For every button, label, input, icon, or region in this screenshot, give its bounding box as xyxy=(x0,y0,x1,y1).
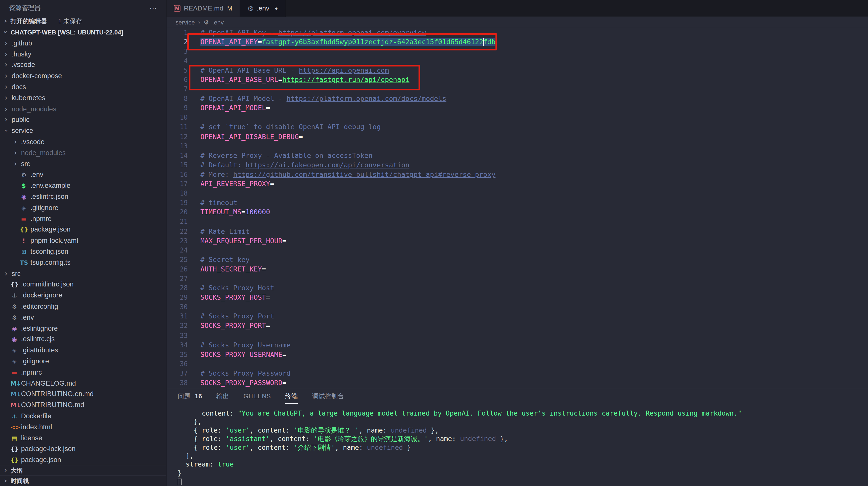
tree-folder-.vscode[interactable]: ›.vscode xyxy=(0,136,166,147)
tree-folder-service[interactable]: ›service xyxy=(0,125,166,136)
code-text: TIMEOUT_MS=100000 xyxy=(188,208,270,216)
code-line-34[interactable]: 34# Socks Proxy Username xyxy=(167,340,868,350)
tree-file-CONTRIBUTING.md[interactable]: M↓CONTRIBUTING.md xyxy=(0,400,166,410)
tree-file-.editorconfig[interactable]: ⚙.editorconfig xyxy=(0,301,166,312)
open-editors-header[interactable]: › 打开的编辑器 1 未保存 xyxy=(0,16,166,26)
outline-section-header[interactable]: › 大纲 xyxy=(0,465,166,476)
tree-file-.eslintrc.json[interactable]: ◉.eslintrc.json xyxy=(0,191,166,202)
tree-folder-.github[interactable]: ›.github xyxy=(0,38,166,49)
code-line-21[interactable]: 21 xyxy=(167,217,868,227)
code-line-14[interactable]: 14# Reverse Proxy - Available on accessT… xyxy=(167,151,868,160)
tree-folder-src[interactable]: ›src xyxy=(0,268,166,279)
code-line-13[interactable]: 13 xyxy=(167,141,868,151)
panel-tab-terminal[interactable]: 终端 xyxy=(285,388,298,404)
code-line-30[interactable]: 30 xyxy=(167,303,868,312)
code-line-27[interactable]: 27 xyxy=(167,274,868,283)
panel-tab-debug-console[interactable]: 调试控制台 xyxy=(312,388,344,404)
code-line-29[interactable]: 29SOCKS_PROXY_HOST= xyxy=(167,293,868,303)
tree-file-.npmrc[interactable]: ▬.npmrc xyxy=(0,213,166,224)
code-line-19[interactable]: 19# timeout xyxy=(167,198,868,207)
code-line-26[interactable]: 26AUTH_SECRET_KEY= xyxy=(167,264,868,274)
panel-tab-gitlens[interactable]: GITLENS xyxy=(244,388,271,404)
code-line-20[interactable]: 20TIMEOUT_MS=100000 xyxy=(167,207,868,217)
code-line-35[interactable]: 35SOCKS_PROXY_USERNAME= xyxy=(167,350,868,359)
code-line-24[interactable]: 24 xyxy=(167,246,868,255)
tree-file-license[interactable]: ▤license xyxy=(0,433,166,444)
tree-folder-node_modules[interactable]: ›node_modules xyxy=(0,104,166,114)
tree-file-.env[interactable]: ⚙.env xyxy=(0,312,166,323)
timeline-section-header[interactable]: › 时间线 xyxy=(0,476,166,486)
code-line-11[interactable]: 11# set `true` to disable OpenAI API deb… xyxy=(167,122,868,132)
code-line-10[interactable]: 10 xyxy=(167,113,868,122)
tree-folder-public[interactable]: ›public xyxy=(0,114,166,125)
code-line-25[interactable]: 25# Secret key xyxy=(167,255,868,264)
tree-folder-.husky[interactable]: ›.husky xyxy=(0,49,166,60)
panel-tab-problems[interactable]: 问题 16 xyxy=(178,388,202,404)
code-editor[interactable]: 1# OpenAI API Key - https://platform.ope… xyxy=(167,28,868,388)
breadcrumb-file[interactable]: .env xyxy=(212,19,224,26)
code-line-32[interactable]: 32SOCKS_PROXY_PORT= xyxy=(167,321,868,331)
tree-file-package-lock.json[interactable]: {}package-lock.json xyxy=(0,444,166,455)
tab-readme-md[interactable]: M README.md M xyxy=(167,0,240,17)
tree-file-package.json[interactable]: {}package.json xyxy=(0,455,166,465)
terminal-output[interactable]: content: "You are ChatGPT, a large langu… xyxy=(167,404,868,486)
tree-file-.npmrc[interactable]: ▬.npmrc xyxy=(0,367,166,378)
code-line-9[interactable]: 9OPENAI_API_MODEL= xyxy=(167,104,868,113)
code-line-8[interactable]: 8# OpenAI API Model - https://platform.o… xyxy=(167,94,868,104)
dirty-dot-icon[interactable]: ● xyxy=(275,5,278,11)
code-line-3[interactable]: 3 xyxy=(167,47,868,56)
code-line-7[interactable]: 7 xyxy=(167,84,868,94)
tree-file-tsup.config.ts[interactable]: TStsup.config.ts xyxy=(0,257,166,268)
tree-file-.env[interactable]: ⚙.env xyxy=(0,169,166,180)
tree-file-package.json[interactable]: {}package.json xyxy=(0,224,166,235)
docker-icon: ⚓ xyxy=(10,413,18,420)
panel-tabbar: 问题 16 输出 GITLENS 终端 调试控制台 xyxy=(167,388,868,404)
workspace-root-header[interactable]: › CHATGPT-WEB [WSL: UBUNTU-22.04] xyxy=(0,26,166,37)
panel-tab-output[interactable]: 输出 xyxy=(216,388,229,404)
tree-file-pnpm-lock.yaml[interactable]: !pnpm-lock.yaml xyxy=(0,235,166,246)
tree-file-CHANGELOG.md[interactable]: M↓CHANGELOG.md xyxy=(0,378,166,389)
code-line-33[interactable]: 33 xyxy=(167,331,868,340)
tree-file-.commitlintrc.json[interactable]: {}.commitlintrc.json xyxy=(0,279,166,290)
code-line-22[interactable]: 22# Rate Limit xyxy=(167,227,868,236)
tree-file-CONTRIBUTING.en.md[interactable]: M↓CONTRIBUTING.en.md xyxy=(0,389,166,400)
more-actions-icon[interactable]: ⋯ xyxy=(150,3,157,12)
code-line-15[interactable]: 15# Default: https://ai.fakeopen.com/api… xyxy=(167,160,868,170)
code-line-1[interactable]: 1# OpenAI API Key - https://platform.ope… xyxy=(167,28,868,37)
code-line-31[interactable]: 31# Socks Proxy Port xyxy=(167,312,868,321)
tree-folder-node_modules[interactable]: ›node_modules xyxy=(0,147,166,158)
tree-file-.gitignore[interactable]: ◈.gitignore xyxy=(0,202,166,213)
code-line-18[interactable]: 18 xyxy=(167,189,868,198)
code-line-28[interactable]: 28# Socks Proxy Host xyxy=(167,283,868,293)
tree-file-.gitattributes[interactable]: ◈.gitattributes xyxy=(0,345,166,355)
tree-file-.env.example[interactable]: $.env.example xyxy=(0,180,166,191)
tree-file-.dockerignore[interactable]: ⚓.dockerignore xyxy=(0,290,166,301)
code-line-38[interactable]: 38SOCKS_PROXY_PASSWORD= xyxy=(167,378,868,388)
breadcrumb-folder[interactable]: service xyxy=(176,19,195,26)
code-text: # Reverse Proxy - Available on accessTok… xyxy=(188,151,373,159)
code-line-4[interactable]: 4 xyxy=(167,56,868,66)
tree-folder-kubernetes[interactable]: ›kubernetes xyxy=(0,92,166,104)
tree-file-.gitignore[interactable]: ◈.gitignore xyxy=(0,355,166,367)
code-line-12[interactable]: 12OPENAI_API_DISABLE_DEBUG= xyxy=(167,132,868,141)
tree-file-index.html[interactable]: <>index.html xyxy=(0,422,166,433)
tree-file-.eslintrc.cjs[interactable]: ◉.eslintrc.cjs xyxy=(0,334,166,345)
code-line-5[interactable]: 5# OpenAI API Base URL - https://api.ope… xyxy=(167,66,868,75)
tree-file-.eslintignore[interactable]: ◉.eslintignore xyxy=(0,323,166,334)
code-line-6[interactable]: 6OPENAI_API_BASE_URL=https://fastgpt.run… xyxy=(167,75,868,84)
code-line-16[interactable]: 16# More: https://github.com/transitive-… xyxy=(167,170,868,179)
tree-folder-.vscode[interactable]: ›.vscode xyxy=(0,60,166,71)
code-line-23[interactable]: 23MAX_REQUEST_PER_HOUR= xyxy=(167,236,868,246)
tree-file-tsconfig.json[interactable]: ⊞tsconfig.json xyxy=(0,246,166,257)
tree-folder-docker-compose[interactable]: ›docker-compose xyxy=(0,71,166,82)
terminal-line: } xyxy=(178,469,868,478)
code-line-37[interactable]: 37# Socks Proxy Password xyxy=(167,369,868,378)
tree-folder-docs[interactable]: ›docs xyxy=(0,81,166,92)
tab-env[interactable]: ⚙ .env ● xyxy=(240,0,286,17)
git-modified-badge: M xyxy=(227,5,232,12)
tree-file-Dockerfile[interactable]: ⚓Dockerfile xyxy=(0,410,166,422)
code-line-36[interactable]: 36 xyxy=(167,359,868,369)
tree-folder-src[interactable]: ›src xyxy=(0,158,166,169)
code-line-17[interactable]: 17API_REVERSE_PROXY= xyxy=(167,179,868,189)
code-line-2[interactable]: 2OPENAI_API_KEY=fastgpt-y6b3axfbdd5wyp01… xyxy=(167,37,868,47)
